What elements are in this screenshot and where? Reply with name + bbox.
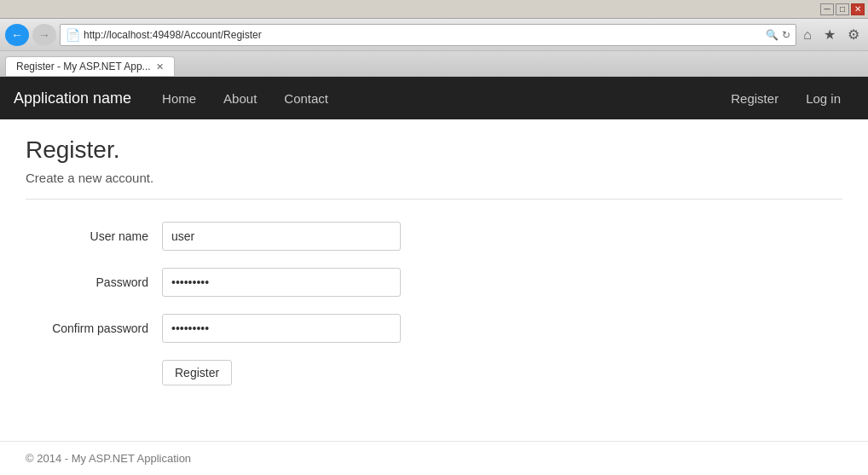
- tab-title: Register - My ASP.NET App...: [16, 61, 151, 72]
- nav-links: Home About Contact: [148, 77, 717, 119]
- address-search-icon[interactable]: 🔍: [766, 29, 778, 41]
- username-input[interactable]: [162, 222, 401, 251]
- active-tab[interactable]: Register - My ASP.NET App... ✕: [5, 56, 175, 76]
- nav-right: Register Log in: [717, 77, 854, 119]
- address-bar-input[interactable]: [84, 29, 762, 41]
- footer-text: © 2014 - My ASP.NET Application: [26, 452, 191, 465]
- forward-button[interactable]: →: [32, 24, 56, 46]
- password-label: Password: [26, 275, 162, 289]
- browser-toolbar: ← → 📄 🔍 ↻ ⌂ ★ ⚙: [0, 19, 868, 51]
- minimize-button[interactable]: ─: [820, 3, 834, 15]
- register-submit-button[interactable]: Register: [162, 360, 232, 385]
- favorites-icon[interactable]: ★: [820, 25, 839, 44]
- back-button[interactable]: ←: [5, 24, 29, 46]
- address-refresh-icon[interactable]: ↻: [782, 29, 790, 41]
- address-bar[interactable]: 📄 🔍 ↻: [60, 24, 796, 46]
- settings-icon[interactable]: ⚙: [844, 25, 863, 44]
- password-input[interactable]: [162, 268, 401, 297]
- nav-contact[interactable]: Contact: [270, 77, 342, 119]
- maximize-button[interactable]: □: [836, 3, 849, 15]
- nav-register[interactable]: Register: [717, 77, 792, 119]
- app-navbar: Application name Home About Contact Regi…: [0, 77, 868, 119]
- submit-row: Register: [26, 360, 842, 385]
- password-group: Password: [26, 268, 842, 297]
- tab-close-icon[interactable]: ✕: [156, 61, 164, 72]
- register-form: User name Password Confirm password Regi…: [26, 213, 842, 394]
- username-label: User name: [26, 229, 162, 243]
- nav-login[interactable]: Log in: [792, 77, 854, 119]
- browser-titlebar: ─ □ ✕: [0, 0, 868, 19]
- page-title: Register.: [26, 136, 842, 164]
- page-subtitle: Create a new account.: [26, 171, 842, 200]
- close-button[interactable]: ✕: [851, 3, 865, 15]
- address-bar-page-icon: 📄: [66, 28, 80, 42]
- app-brand[interactable]: Application name: [14, 90, 131, 107]
- page-content: Register. Create a new account. User nam…: [0, 119, 868, 411]
- confirm-password-group: Confirm password: [26, 314, 842, 343]
- username-group: User name: [26, 222, 842, 251]
- home-icon[interactable]: ⌂: [800, 26, 815, 44]
- nav-about[interactable]: About: [210, 77, 270, 119]
- confirm-password-input[interactable]: [162, 314, 401, 343]
- browser-actions: ⌂ ★ ⚙: [800, 25, 863, 44]
- tab-bar: Register - My ASP.NET App... ✕: [0, 51, 868, 77]
- page-footer: © 2014 - My ASP.NET Application: [0, 441, 868, 475]
- confirm-password-label: Confirm password: [26, 321, 162, 335]
- nav-home[interactable]: Home: [148, 77, 210, 119]
